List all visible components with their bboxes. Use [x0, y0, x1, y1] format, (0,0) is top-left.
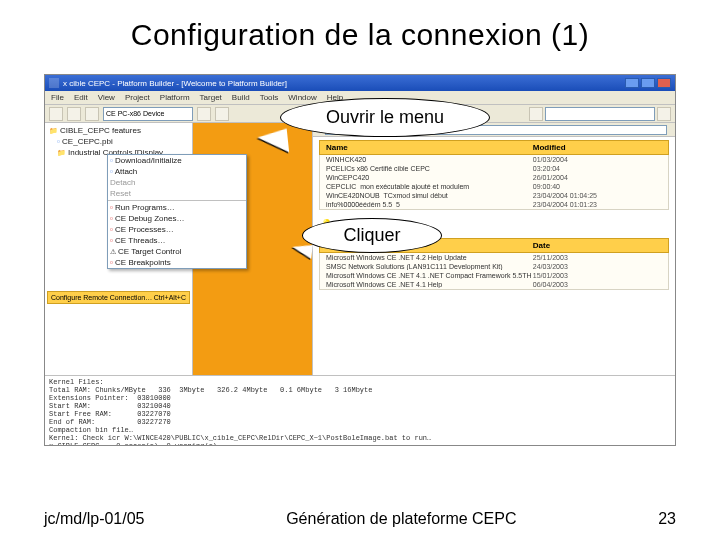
menu-item[interactable]: Tools [260, 93, 279, 102]
slide-footer: jc/md/lp-01/05 Génération de plateforme … [0, 510, 720, 528]
output-tabs: Build / Debug Log Find in Files 1 Find i… [45, 445, 675, 446]
table-row[interactable]: CEPCLIC_mon exécutable ajouté et modulem… [320, 182, 668, 191]
menu-item[interactable]: View [98, 93, 115, 102]
toolbar-button[interactable] [49, 107, 63, 121]
table-row[interactable]: SMSC Network Solutions (LAN91C111 Develo… [320, 262, 668, 271]
build-log[interactable]: Kernel Files: Total RAM: Chunks/MByte 33… [45, 375, 675, 445]
callout-open-menu-tail [257, 128, 289, 155]
toolbar-button[interactable] [197, 107, 211, 121]
menu-item[interactable]: Build [232, 93, 250, 102]
window-title-text: x cible CEPC - Platform Builder - [Welco… [63, 79, 287, 88]
table-row[interactable]: Microsoft Windows CE .NET 4.1 Help06/04/… [320, 280, 668, 289]
callout-open-menu: Ouvrir le menu [280, 98, 490, 137]
tree-item[interactable]: CE_CEPC.pbi [47, 136, 190, 147]
toolbar-button[interactable] [529, 107, 543, 121]
menu-configure-remote[interactable]: Configure Remote Connection… Ctrl+Alt+C [47, 291, 190, 304]
minimize-button[interactable] [625, 78, 639, 88]
menu-item[interactable]: File [51, 93, 64, 102]
table-row[interactable]: info%0000éédém 5.5_523/04/2004 01:01:23 [320, 200, 668, 209]
menu-configure-remote-label: Configure Remote Connection… [51, 294, 152, 301]
menu-target-control[interactable]: CE Target Control [108, 246, 246, 257]
toolbar-button[interactable] [67, 107, 81, 121]
table-row[interactable]: WINHCK42001/03/2004 [320, 155, 668, 164]
recent-col-name: Name [326, 143, 533, 152]
app-icon [49, 78, 59, 88]
footer-center: Génération de plateforme CEPC [145, 510, 659, 528]
menu-item[interactable]: Platform [160, 93, 190, 102]
menu-item[interactable]: Project [125, 93, 150, 102]
recent-panel: Name Modified WINHCK42001/03/2004 PCELIC… [319, 140, 669, 210]
recent-header: Name Modified [319, 140, 669, 155]
project-tree[interactable]: CIBLE_CEPC features CE_CEPC.pbi Industri… [45, 123, 193, 375]
tree-root[interactable]: CIBLE_CEPC features [47, 125, 190, 136]
menu-processes[interactable]: CE Processes… [108, 224, 246, 235]
menu-item[interactable]: Edit [74, 93, 88, 102]
footer-right: 23 [658, 510, 676, 528]
menu-download[interactable]: Download/Initialize [108, 155, 246, 166]
table-row[interactable]: WinCE420NOUB_TCxmod simul début23/04/200… [320, 191, 668, 200]
maximize-button[interactable] [641, 78, 655, 88]
table-row[interactable]: Microsoft Windows CE .NET 4.2 Help Updat… [320, 253, 668, 262]
menu-threads[interactable]: CE Threads… [108, 235, 246, 246]
window-titlebar: x cible CEPC - Platform Builder - [Welco… [45, 75, 675, 91]
menu-configure-remote-shortcut: Ctrl+Alt+C [154, 294, 186, 301]
search-field[interactable] [545, 107, 655, 121]
footer-left: jc/md/lp-01/05 [44, 510, 145, 528]
device-combo[interactable]: CE PC-x86 Device [103, 107, 193, 121]
toolbar-button[interactable] [215, 107, 229, 121]
menu-attach[interactable]: Attach [108, 166, 246, 177]
toolbar-button[interactable] [657, 107, 671, 121]
slide-title: Configuration de la connexion (1) [0, 0, 720, 62]
table-row[interactable]: WinCEPC42026/01/2004 [320, 173, 668, 182]
close-button[interactable] [657, 78, 671, 88]
menu-item[interactable]: Target [200, 93, 222, 102]
table-row[interactable]: Microsoft Windows CE .NET 4.1 .NET Compa… [320, 271, 668, 280]
menu-debug-zones[interactable]: CE Debug Zones… [108, 213, 246, 224]
table-row[interactable]: PCELICs x86 Certifié cible CEPC03:20:04 [320, 164, 668, 173]
callout-click: Cliquer [302, 218, 442, 253]
menu-item[interactable]: Window [288, 93, 316, 102]
notify-col-date: Date [533, 241, 662, 250]
toolbar-button[interactable] [85, 107, 99, 121]
menu-run-programs[interactable]: Run Programs… [108, 202, 246, 213]
callout-click-tail [291, 243, 312, 259]
menu-breakpoints[interactable]: CE Breakpoints [108, 257, 246, 268]
menu-detach: Detach [108, 177, 246, 188]
menu-reset: Reset [108, 188, 246, 199]
recent-col-mod: Modified [533, 143, 662, 152]
